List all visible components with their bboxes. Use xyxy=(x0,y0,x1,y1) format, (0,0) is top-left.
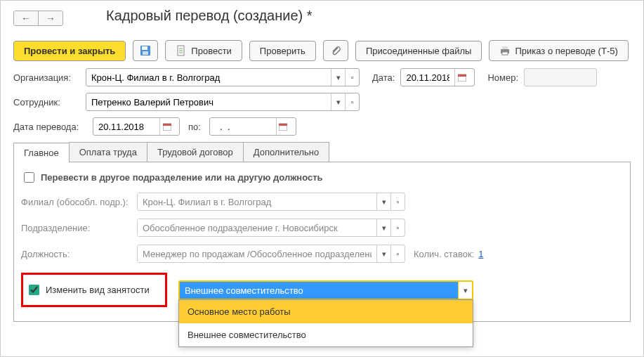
org-input[interactable] xyxy=(86,69,331,86)
date-label: Дата: xyxy=(372,72,395,83)
date-calendar-button[interactable] xyxy=(454,69,468,86)
printer-icon xyxy=(499,45,511,56)
svg-rect-5 xyxy=(502,46,508,49)
to-label: по: xyxy=(188,122,201,132)
rates-label: Колич. ставок: xyxy=(414,249,474,259)
document-icon xyxy=(176,45,187,56)
employee-dropdown-button[interactable]: ▾ xyxy=(331,93,345,110)
position-dropdown-button[interactable]: ▾ xyxy=(376,245,390,262)
org-open-button[interactable]: ▫ xyxy=(345,69,359,86)
rates-value-link[interactable]: 1 xyxy=(478,249,483,259)
org-label: Организация: xyxy=(13,72,80,83)
employee-open-button[interactable]: ▫ xyxy=(345,93,359,110)
branch-input xyxy=(138,193,376,210)
svg-rect-8 xyxy=(458,74,466,77)
tab-main[interactable]: Главное xyxy=(13,143,70,162)
nav-back[interactable]: ← xyxy=(14,11,38,25)
calendar-icon xyxy=(458,73,466,82)
svg-rect-1 xyxy=(142,46,147,50)
post-and-close-button[interactable]: Провести и закрыть xyxy=(13,41,126,61)
emp-type-option-external[interactable]: Внешнее совместительство xyxy=(179,323,473,346)
dept-open-button[interactable]: ▫ xyxy=(390,219,405,236)
svg-rect-12 xyxy=(279,124,287,126)
calendar-icon xyxy=(279,122,287,131)
employee-label: Сотрудник: xyxy=(13,97,80,108)
position-label: Должность: xyxy=(21,249,137,259)
position-input xyxy=(138,245,376,262)
print-order-label: Приказ о переводе (Т-5) xyxy=(515,46,617,56)
to-date-input[interactable] xyxy=(210,118,276,135)
dept-label: Подразделение: xyxy=(21,223,137,233)
svg-rect-6 xyxy=(502,52,508,55)
dept-input xyxy=(138,219,376,236)
branch-dropdown-button[interactable]: ▾ xyxy=(376,193,390,210)
number-input[interactable] xyxy=(524,68,597,86)
floppy-icon xyxy=(140,45,151,56)
tab-extra[interactable]: Дополнительно xyxy=(243,142,330,162)
dept-dropdown-button[interactable]: ▾ xyxy=(376,219,390,236)
post-button[interactable]: Провести xyxy=(165,40,242,61)
emp-type-input[interactable] xyxy=(180,282,458,299)
transfer-date-label: Дата перевода: xyxy=(13,122,87,132)
svg-rect-10 xyxy=(163,124,171,126)
print-order-button[interactable]: Приказ о переводе (Т-5) xyxy=(489,40,628,61)
attached-files-button[interactable]: Присоединенные файлы xyxy=(355,41,482,61)
position-open-button[interactable]: ▫ xyxy=(390,245,405,262)
calendar-icon xyxy=(163,122,171,131)
svg-rect-2 xyxy=(143,51,148,55)
emp-type-checkbox[interactable] xyxy=(29,285,39,295)
tab-pay[interactable]: Оплата труда xyxy=(69,142,147,162)
emp-type-checkbox-row[interactable]: Изменить вид занятости xyxy=(26,283,150,297)
save-button[interactable] xyxy=(133,40,158,61)
transfer-date-calendar-button[interactable] xyxy=(159,118,173,135)
paperclip-icon xyxy=(330,45,341,56)
attach-button[interactable] xyxy=(323,40,348,61)
emp-type-dropdown: Основное место работы Внешнее совместите… xyxy=(178,299,473,347)
emp-type-option-main[interactable]: Основное место работы xyxy=(179,300,473,323)
emp-type-checkbox-label: Изменить вид занятости xyxy=(46,285,150,295)
nav-forward[interactable]: → xyxy=(38,11,63,25)
transfer-checkbox-row[interactable]: Перевести в другое подразделение или на … xyxy=(21,170,323,185)
number-label: Номер: xyxy=(487,72,518,83)
transfer-checkbox-label: Перевести в другое подразделение или на … xyxy=(41,172,323,183)
post-button-label: Провести xyxy=(191,46,232,56)
transfer-checkbox[interactable] xyxy=(24,172,34,183)
transfer-date-input[interactable] xyxy=(93,118,159,135)
org-dropdown-button[interactable]: ▾ xyxy=(331,69,345,86)
tab-contract[interactable]: Трудовой договор xyxy=(147,142,244,162)
date-input[interactable] xyxy=(401,69,454,86)
to-date-calendar-button[interactable] xyxy=(276,118,290,135)
check-button[interactable]: Проверить xyxy=(249,41,316,61)
branch-open-button[interactable]: ▫ xyxy=(390,193,405,210)
emp-type-dropdown-button[interactable]: ▾ xyxy=(458,282,472,299)
page-title: Кадровый перевод (создание) * xyxy=(106,8,313,24)
branch-label: Филиал (обособл. подр.): xyxy=(21,197,137,207)
employee-input[interactable] xyxy=(86,93,331,110)
